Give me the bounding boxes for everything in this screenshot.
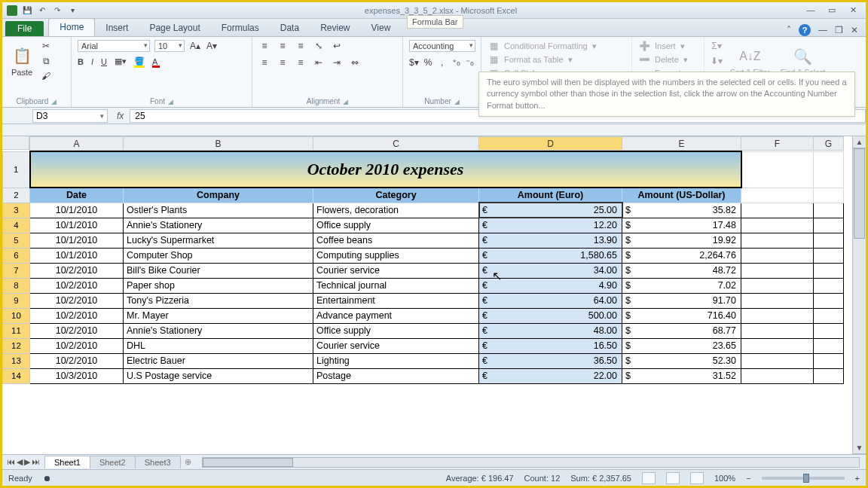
macro-record-icon[interactable]: ⏺ [43,474,51,483]
cell-blank[interactable] [741,218,814,233]
tab-nav-first-icon[interactable]: ⏮ [7,457,15,467]
cell-amount-euro[interactable]: €48.00 [479,323,622,338]
zoom-slider[interactable] [762,477,845,480]
cell-blank[interactable] [814,233,844,248]
cell-amount-usd[interactable]: $68.77 [622,323,741,338]
tab-home[interactable]: Home [48,18,95,36]
cell-company[interactable]: Annie's Stationery [124,323,313,338]
align-center-icon[interactable]: ≡ [277,56,289,69]
cell-blank[interactable] [741,323,814,338]
cell-category[interactable]: Entertainment [313,293,479,308]
cell-company[interactable]: DHL [124,338,313,353]
sheet-tab-1[interactable]: Sheet1 [44,456,90,468]
cell-date[interactable]: 10/1/2010 [30,203,124,218]
font-dialog-icon[interactable]: ◢ [168,98,173,105]
ribbon-minimize-icon[interactable]: ˄ [787,25,791,35]
tab-insert[interactable]: Insert [95,20,139,36]
hdr-amount-euro[interactable]: Amount (Euro) [479,188,622,203]
row-header-5[interactable]: 5 [3,233,30,248]
row-header-8[interactable]: 8 [3,278,30,293]
font-size-select[interactable]: 10 [154,40,185,52]
cell-company[interactable]: Lucky's Supermarket [124,233,313,248]
cell-company[interactable]: U.S Postage service [124,368,313,383]
cell-company[interactable]: Electric Bauer [124,353,313,368]
wrap-text-icon[interactable]: ↩ [331,40,343,52]
format-as-table-button[interactable]: ▦Format as Table▾ [487,53,625,66]
cell-blank[interactable] [814,353,844,368]
row-header-6[interactable]: 6 [3,248,30,263]
qat-redo-icon[interactable]: ↷ [52,5,63,16]
conditional-formatting-button[interactable]: ▦Conditional Formatting▾ [487,40,625,52]
scroll-up-icon[interactable]: ▲ [853,136,866,148]
increase-decimal-icon[interactable]: ⁺₀ [451,56,461,69]
view-pagebreak-icon[interactable] [690,472,704,484]
cell-amount-usd[interactable]: $31.52 [622,368,741,383]
tab-nav-next-icon[interactable]: ▶ [24,457,30,467]
view-normal-icon[interactable] [642,472,656,484]
help-icon[interactable]: ? [799,24,811,36]
doc-close-icon[interactable]: ✕ [851,25,858,35]
decrease-indent-icon[interactable]: ⇤ [313,56,325,69]
cell-company[interactable]: Ostler's Plants [124,203,313,218]
cell-date[interactable]: 10/2/2010 [30,338,124,353]
file-tab[interactable]: File [5,21,44,36]
insert-cells-button[interactable]: ➕Insert▾ [638,40,698,52]
cell-amount-usd[interactable]: $19.92 [622,233,741,248]
fill-color-icon[interactable]: 🪣 [134,56,145,66]
cell-blank[interactable] [741,353,814,368]
hdr-company[interactable]: Company [124,188,313,203]
hdr-amount-usd[interactable]: Amount (US-Dollar) [622,188,741,203]
cell-amount-usd[interactable]: $35.82 [622,203,741,218]
cell-amount-euro[interactable]: €25.00 [479,203,622,218]
align-middle-icon[interactable]: ≡ [277,40,289,52]
cell-date[interactable]: 10/1/2010 [30,248,124,263]
row-header-12[interactable]: 12 [3,338,30,353]
tab-formulas[interactable]: Formulas [211,20,270,36]
col-header-e[interactable]: E [622,137,741,151]
cell-category[interactable]: Advance payment [313,308,479,323]
tab-view[interactable]: View [361,20,402,36]
cell-date[interactable]: 10/2/2010 [30,308,124,323]
col-header-b[interactable]: B [124,137,313,151]
cell-amount-euro[interactable]: €500.00 [479,308,622,323]
border-icon[interactable]: ▦▾ [115,56,127,66]
cell-amount-usd[interactable]: $48.72 [622,263,741,278]
cell-blank[interactable] [814,293,844,308]
cell-blank[interactable] [741,203,814,218]
number-format-select[interactable]: Accounting [409,40,475,52]
format-painter-icon[interactable]: 🖌 [40,70,52,82]
align-top-icon[interactable]: ≡ [258,40,270,52]
decrease-decimal-icon[interactable]: ⁻₀ [465,56,475,69]
cell-blank[interactable] [741,293,814,308]
cell-category[interactable]: Courier service [313,263,479,278]
align-bottom-icon[interactable]: ≡ [295,40,307,52]
name-box[interactable]: D3▾ [32,109,108,123]
cell-blank[interactable] [741,248,814,263]
cut-icon[interactable]: ✂ [40,40,52,52]
col-header-c[interactable]: C [313,137,479,151]
cell-company[interactable]: Annie's Stationery [124,218,313,233]
cell-amount-euro[interactable]: €12.20 [479,218,622,233]
fill-icon[interactable]: ⬇▾ [711,55,723,67]
cell-blank[interactable] [814,248,844,263]
row-header-3[interactable]: 3 [3,203,30,218]
cell-category[interactable]: Coffee beans [313,233,479,248]
cell-blank[interactable] [814,368,844,383]
hdr-category[interactable]: Category [313,188,479,203]
cell-category[interactable]: Postage [313,368,479,383]
font-name-select[interactable]: Arial [78,40,150,52]
cell-blank[interactable] [814,218,844,233]
cell-company[interactable]: Computer Shop [124,248,313,263]
cell-amount-euro[interactable]: €1,580.65 [479,248,622,263]
cell-date[interactable]: 10/2/2010 [30,293,124,308]
doc-restore-icon[interactable]: ❐ [835,25,843,35]
font-color-icon[interactable]: A [152,57,157,66]
horizontal-scrollbar[interactable] [202,457,860,468]
col-header-a[interactable]: A [30,137,124,151]
cell-blank[interactable] [814,323,844,338]
cell-blank[interactable] [741,278,814,293]
col-header-g[interactable]: G [814,137,844,151]
cell-amount-euro[interactable]: €16.50 [479,338,622,353]
alignment-dialog-icon[interactable]: ◢ [343,98,348,105]
row-header-7[interactable]: 7 [3,263,30,278]
